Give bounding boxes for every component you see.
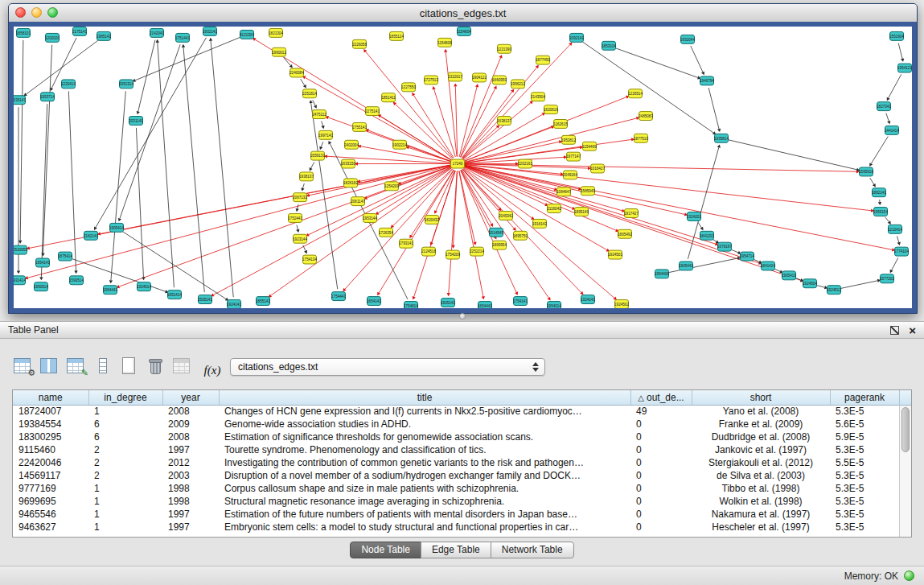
network-node[interactable]: 1752441 xyxy=(288,214,302,223)
cell-title[interactable]: Estimation of significance thresholds fo… xyxy=(219,431,630,443)
network-node[interactable]: 1551904 xyxy=(889,31,904,40)
cell-year[interactable]: 1998 xyxy=(162,482,219,495)
network-node[interactable]: 1774104 xyxy=(894,247,909,256)
network-node[interactable]: 1654441 xyxy=(478,302,492,308)
network-edge[interactable] xyxy=(72,259,168,294)
network-node[interactable]: 2049342 xyxy=(499,212,513,220)
column-header-out-de-[interactable]: △out_de... xyxy=(630,390,692,405)
panel-splitter[interactable] xyxy=(0,312,924,321)
network-node[interactable]: 1638137 xyxy=(497,117,511,126)
network-node[interactable]: 1162615 xyxy=(553,120,568,129)
network-node[interactable]: 17240 xyxy=(451,159,465,168)
network-node[interactable]: 1952812 xyxy=(561,135,576,144)
cell-year[interactable]: 2009 xyxy=(162,418,219,431)
network-node[interactable]: 1220414 xyxy=(61,80,76,89)
tab-node-table[interactable]: Node Table xyxy=(350,542,421,558)
network-node[interactable]: 1084647 xyxy=(556,187,571,196)
cell-title[interactable]: Genome-wide association studies in ADHD. xyxy=(219,418,630,431)
network-edge[interactable] xyxy=(459,84,478,157)
network-node[interactable]: 1726354 xyxy=(379,228,393,237)
network-node[interactable]: 2175141 xyxy=(72,27,87,35)
network-edge[interactable] xyxy=(303,245,307,253)
network-node[interactable]: 1154804 xyxy=(457,27,471,35)
cell-name[interactable]: 9465546 xyxy=(13,508,88,521)
network-node[interactable]: 1324514 xyxy=(137,282,151,291)
network-edge[interactable] xyxy=(310,162,314,171)
delete-column-icon[interactable] xyxy=(146,357,165,374)
network-node[interactable]: 1754209 xyxy=(446,250,460,259)
cell-out_degree[interactable]: 49 xyxy=(630,405,692,418)
network-node[interactable]: 1754141 xyxy=(513,297,528,306)
cell-out_degree[interactable]: 0 xyxy=(630,508,692,521)
cell-pagerank[interactable]: 5.9E-5 xyxy=(830,431,899,443)
table-row[interactable]: 946554611997Estimation of the future num… xyxy=(13,508,899,521)
network-edge[interactable] xyxy=(465,155,567,163)
network-node[interactable]: 1841424 xyxy=(761,262,775,270)
table-row[interactable]: 1938455462009Genome-wide association stu… xyxy=(13,418,899,431)
network-node[interactable]: 1514545 xyxy=(489,228,503,237)
network-node[interactable]: 1917427 xyxy=(624,209,639,218)
network-edge[interactable] xyxy=(461,86,497,158)
network-node[interactable]: 1955154 xyxy=(873,208,888,216)
network-edge[interactable] xyxy=(465,138,634,163)
network-node[interactable]: 2485083 xyxy=(639,112,653,121)
network-node[interactable]: 1904122 xyxy=(472,73,487,82)
network-node[interactable]: 2475112 xyxy=(312,110,326,119)
network-node[interactable]: 1997141 xyxy=(318,130,333,139)
cell-title[interactable]: Estimation of the future numbers of pati… xyxy=(219,508,630,521)
network-node[interactable]: 1221390 xyxy=(497,44,511,53)
cell-in_degree[interactable]: 1 xyxy=(88,405,162,418)
cell-name[interactable]: 9777169 xyxy=(13,482,88,495)
cell-out_degree[interactable]: 0 xyxy=(630,482,692,495)
cell-short[interactable]: Tibbo et al. (1998) xyxy=(692,482,830,495)
network-node[interactable]: 2124518 xyxy=(421,247,436,256)
network-node[interactable]: 1826182 xyxy=(343,179,358,187)
cell-year[interactable]: 2008 xyxy=(162,431,219,443)
network-node[interactable]: 1590514 xyxy=(69,276,84,285)
network-node[interactable]: 1924501 xyxy=(608,250,622,259)
network-node[interactable]: 2505141 xyxy=(198,295,212,304)
network-node[interactable]: 1956212 xyxy=(511,80,525,89)
network-node[interactable]: 1946794 xyxy=(700,76,714,85)
network-node[interactable]: 1877450 xyxy=(536,56,550,64)
column-header-year[interactable]: year xyxy=(162,390,219,405)
network-node[interactable]: 1855124 xyxy=(389,31,404,40)
network-node[interactable]: 1895149 xyxy=(574,208,589,216)
network-node[interactable]: 1154469 xyxy=(582,142,597,150)
network-edge[interactable] xyxy=(306,167,451,236)
cell-pagerank[interactable]: 5.3E-5 xyxy=(830,495,899,508)
network-edge[interactable] xyxy=(691,46,704,75)
network-node[interactable]: 1923144 xyxy=(293,234,307,243)
network-node[interactable]: 1324201 xyxy=(687,212,701,221)
network-node[interactable]: 1202020 xyxy=(45,33,60,42)
network-edge[interactable] xyxy=(869,136,888,166)
network-node[interactable]: 1935814 xyxy=(714,134,729,142)
network-edge[interactable] xyxy=(393,102,453,159)
cell-title[interactable]: Disruption of a novel member of a sodium… xyxy=(219,469,630,482)
cell-pagerank[interactable]: 5.3E-5 xyxy=(830,482,899,495)
network-node[interactable]: 2051314 xyxy=(119,80,133,89)
import-table-icon[interactable] xyxy=(172,357,191,374)
network-edge[interactable] xyxy=(326,116,451,161)
network-node[interactable]: 1916142 xyxy=(532,219,547,228)
cell-name[interactable]: 18724007 xyxy=(13,405,88,418)
network-edge[interactable] xyxy=(363,49,453,159)
network-node[interactable]: 2535141 xyxy=(14,96,26,105)
table-row[interactable]: 1872400712008Changes of HCN gene express… xyxy=(13,405,899,418)
cell-in_degree[interactable]: 1 xyxy=(88,495,162,508)
network-edge[interactable] xyxy=(68,91,77,274)
cell-in_degree[interactable]: 6 xyxy=(88,431,162,443)
tab-edge-table[interactable]: Edge Table xyxy=(421,542,491,558)
network-edge[interactable] xyxy=(296,204,299,212)
table-row[interactable]: 1456911722003Disruption of a novel membe… xyxy=(13,469,899,482)
network-node[interactable]: 1932044 xyxy=(680,35,695,43)
network-node[interactable]: 1938137 xyxy=(299,172,314,181)
network-edge[interactable] xyxy=(465,165,874,212)
cell-out_degree[interactable]: 0 xyxy=(630,456,692,469)
network-graph[interactable]: 1724019562122143504162061611626151952812… xyxy=(14,27,912,308)
network-edge[interactable] xyxy=(886,113,890,125)
network-node[interactable]: 1754441 xyxy=(331,292,346,301)
network-edge[interactable] xyxy=(18,40,23,244)
network-node[interactable]: 1585049 xyxy=(581,187,595,196)
network-edge[interactable] xyxy=(897,236,900,245)
